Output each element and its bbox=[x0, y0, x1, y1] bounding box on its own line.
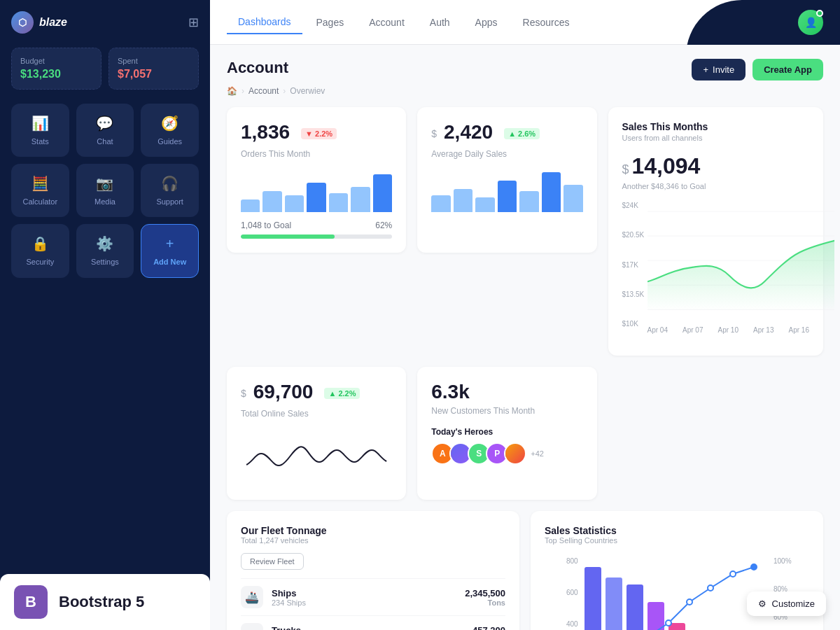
online-sales-label: Total Online Sales bbox=[241, 409, 392, 419]
svg-point-28 bbox=[751, 564, 757, 570]
budget-cards: Budget $13,230 Spent $7,057 bbox=[11, 48, 199, 90]
svg-text:400: 400 bbox=[566, 620, 578, 628]
content-area: Account +Invite Create App 🏠 › Account ›… bbox=[210, 45, 840, 630]
customize-button[interactable]: ⚙ Customize bbox=[747, 592, 826, 616]
header-actions: +Invite Create App bbox=[692, 59, 823, 80]
breadcrumb-account[interactable]: Account bbox=[248, 86, 279, 96]
nav-item-stats[interactable]: 📊 Stats bbox=[11, 104, 69, 157]
fleet-count: 234 Ships bbox=[272, 598, 306, 607]
daily-sales-card: $ 2,420 ▲ 2.6% Average Daily Sales bbox=[417, 107, 596, 253]
page-header: Account +Invite Create App bbox=[227, 59, 823, 80]
budget-value: $13,230 bbox=[20, 68, 92, 80]
fleet-rows: 🚢 Ships 234 Ships 2,345,500 Tons 🚛 Truck… bbox=[241, 578, 505, 630]
main-content: DashboardsPagesAccountAuthAppsResources … bbox=[210, 0, 840, 630]
nav-item-security[interactable]: 🔒 Security bbox=[11, 224, 69, 278]
breadcrumb: 🏠 › Account › Overwiev bbox=[227, 86, 823, 96]
nav-item-media[interactable]: 📷 Media bbox=[76, 164, 134, 217]
review-fleet-button[interactable]: Review Fleet bbox=[241, 553, 304, 570]
support-icon: 🎧 bbox=[161, 175, 178, 192]
customers-value: 6.3k bbox=[431, 381, 582, 403]
nav-item-calculator[interactable]: 🧮 Calculator bbox=[11, 164, 69, 217]
svg-point-24 bbox=[666, 620, 671, 626]
nav-item-chat[interactable]: 💬 Chat bbox=[76, 104, 134, 157]
nav-item-add-new[interactable]: + Add New bbox=[141, 224, 199, 278]
logo-icon: ⬡ bbox=[11, 11, 34, 34]
bottom-grid: Our Fleet Tonnage Total 1,247 vehicles R… bbox=[227, 511, 823, 630]
nav-item-guides[interactable]: 🧭 Guides bbox=[141, 104, 199, 157]
tab-resources[interactable]: Resources bbox=[512, 11, 581, 34]
svg-rect-11 bbox=[626, 584, 643, 630]
budget-label: Budget bbox=[20, 57, 92, 65]
online-sales-badge: ▲ 2.2% bbox=[324, 388, 360, 399]
line-chart-svg bbox=[648, 202, 835, 321]
nav-item-support[interactable]: 🎧 Support bbox=[141, 164, 199, 217]
bootstrap-text: Bootstrap 5 bbox=[59, 593, 144, 611]
daily-sales-label: Average Daily Sales bbox=[431, 149, 582, 159]
progress-fill bbox=[241, 234, 335, 239]
orders-label: Orders This Month bbox=[241, 149, 392, 159]
tab-apps[interactable]: Apps bbox=[464, 11, 509, 34]
svg-point-25 bbox=[687, 599, 692, 605]
svg-rect-9 bbox=[584, 567, 601, 630]
calculator-label: Calculator bbox=[23, 197, 58, 206]
second-stats-grid: $ 69,700 ▲ 2.2% Total Online Sales 6.3k … bbox=[227, 367, 823, 500]
add-new-icon: + bbox=[166, 236, 174, 252]
chat-icon: 💬 bbox=[96, 115, 113, 132]
add-new-label: Add New bbox=[153, 258, 186, 266]
online-sales-value: 69,700 bbox=[253, 381, 314, 403]
svg-rect-10 bbox=[606, 578, 622, 630]
spent-label: Spent bbox=[118, 57, 190, 65]
heroes-label: Today's Heroes bbox=[431, 427, 582, 437]
home-icon[interactable]: 🏠 bbox=[227, 86, 237, 96]
fleet-icon-trucks: 🚛 bbox=[241, 623, 263, 630]
fleet-value: 457,200 bbox=[472, 625, 505, 631]
fleet-title: Our Fleet Tonnage bbox=[241, 525, 505, 536]
spent-value: $7,057 bbox=[118, 68, 190, 80]
security-icon: 🔒 bbox=[31, 235, 49, 252]
tab-auth[interactable]: Auth bbox=[419, 11, 461, 34]
sales-stats-sub: Top Selling Countries bbox=[545, 536, 809, 545]
user-avatar[interactable]: 👤 bbox=[798, 10, 823, 35]
tab-pages[interactable]: Pages bbox=[305, 11, 356, 34]
settings-label: Settings bbox=[91, 258, 119, 266]
customize-label: Customize bbox=[772, 598, 815, 609]
fleet-name: Trucks bbox=[272, 625, 316, 631]
page-title: Account bbox=[227, 59, 288, 77]
sales-month-title: Sales This Months bbox=[622, 121, 810, 132]
nav-grid: 📊 Stats 💬 Chat 🧭 Guides 🧮 Calculator 📷 M… bbox=[11, 104, 199, 278]
sales-big-val: 14,094 bbox=[632, 153, 701, 179]
sales-sub-text: Another $48,346 to Goal bbox=[622, 182, 810, 190]
fleet-card: Our Fleet Tonnage Total 1,247 vehicles R… bbox=[227, 511, 519, 630]
orders-chart bbox=[241, 170, 392, 212]
bootstrap-badge: B Bootstrap 5 bbox=[0, 574, 210, 630]
menu-icon[interactable]: ⊞ bbox=[188, 15, 199, 30]
svg-point-26 bbox=[708, 585, 713, 591]
daily-sales-chart bbox=[431, 170, 582, 212]
media-label: Media bbox=[94, 197, 115, 206]
online-sales-card: $ 69,700 ▲ 2.2% Total Online Sales bbox=[227, 367, 406, 500]
daily-sales-badge: ▲ 2.6% bbox=[504, 128, 540, 139]
tab-dashboards[interactable]: Dashboards bbox=[227, 10, 302, 34]
nav-item-settings[interactable]: ⚙️ Settings bbox=[76, 224, 134, 278]
sidebar-header: ⬡ blaze ⊞ bbox=[11, 11, 199, 34]
goal-pct: 62% bbox=[375, 220, 392, 230]
svg-point-27 bbox=[730, 571, 736, 577]
sales-dollar: $ bbox=[622, 162, 629, 177]
customize-icon: ⚙ bbox=[758, 598, 766, 609]
breadcrumb-current: Overwiev bbox=[290, 86, 325, 96]
create-app-button[interactable]: Create App bbox=[752, 59, 823, 80]
goal-text: 1,048 to Goal bbox=[241, 220, 291, 230]
svg-text:100%: 100% bbox=[774, 557, 792, 565]
fleet-icon-ships: 🚢 bbox=[241, 586, 263, 608]
fleet-name: Ships bbox=[272, 588, 306, 598]
dollar2: $ bbox=[241, 388, 246, 399]
invite-button[interactable]: +Invite bbox=[692, 59, 746, 80]
stats-icon: 📊 bbox=[31, 115, 49, 132]
sales-stats-title: Sales Statistics bbox=[545, 525, 809, 536]
top-stats-grid: 1,836 ▼ 2.2% Orders This Month 1,048 bbox=[227, 107, 823, 356]
tab-account[interactable]: Account bbox=[358, 11, 416, 34]
logo-area: ⬡ blaze bbox=[11, 11, 67, 34]
orders-card: 1,836 ▼ 2.2% Orders This Month 1,048 bbox=[227, 107, 406, 253]
orders-value: 1,836 bbox=[241, 121, 290, 144]
stats-label: Stats bbox=[31, 137, 49, 146]
